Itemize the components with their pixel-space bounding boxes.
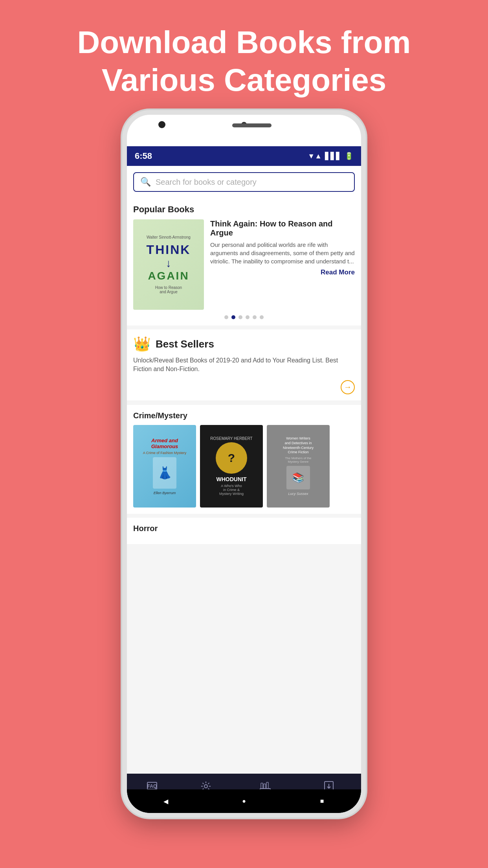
best-sellers-arrow-button[interactable]: → (341, 380, 355, 394)
think-again-cover-art: Walter Sinnott-Armstrong THINK ↓ AGAIN H… (133, 219, 204, 310)
page-header: Download Books from Various Categories (0, 0, 488, 115)
best-sellers-title: Best Sellers (156, 338, 214, 350)
pagination-dot-2[interactable] (231, 315, 235, 319)
best-sellers-description: Unlock/Reveal Best Books of 2019-20 and … (133, 356, 355, 374)
horror-section: Horror (127, 518, 361, 544)
book-subtitle: How to Reasonand Argue (155, 285, 182, 294)
crime-mystery-books-row: Armed andGlamorous A Crime of Fashion My… (133, 425, 355, 508)
pagination-dot-1[interactable] (224, 315, 228, 319)
pagination-dots (133, 315, 355, 319)
featured-book-title: Think Again: How to Reason and Argue (210, 219, 355, 237)
status-time: 6:58 (135, 151, 152, 161)
popular-book-card[interactable]: Walter Sinnott-Armstrong THINK ↓ AGAIN H… (133, 219, 355, 310)
front-camera (158, 121, 165, 128)
crown-icon: 👑 (133, 336, 151, 352)
popular-books-section: Popular Books Walter Sinnott-Armstrong T… (127, 198, 361, 326)
book-title-think: THINK (147, 243, 191, 257)
pagination-dot-4[interactable] (246, 315, 250, 319)
book-crime-fiction[interactable]: Women Writersand Detectives inNineteenth… (267, 425, 330, 508)
featured-book-info: Think Again: How to Reason and Argue Our… (210, 219, 355, 276)
crime-mystery-section: Crime/Mystery Armed andGlamorous A Crime… (127, 405, 361, 514)
search-input-placeholder[interactable]: Search for books or category (156, 178, 257, 187)
crime-fiction-cover: Women Writersand Detectives inNineteenth… (267, 425, 330, 508)
whodunit-cover: ROSEMARY HERBERT ? WHODUNIT A Who's Whoi… (200, 425, 263, 508)
search-icon: 🔍 (140, 177, 151, 187)
pagination-dot-6[interactable] (260, 315, 264, 319)
phone-notch (127, 115, 361, 146)
svg-rect-4 (261, 783, 263, 789)
pagination-dot-5[interactable] (253, 315, 257, 319)
svg-rect-5 (264, 784, 266, 789)
battery-icon: 🔋 (345, 152, 353, 160)
crime-mystery-title: Crime/Mystery (133, 411, 355, 420)
android-home-button[interactable]: ● (236, 793, 252, 809)
signal-icon: ▋▋▋ (325, 152, 341, 160)
search-bar[interactable]: 🔍 Search for books or category (133, 172, 355, 192)
speaker (232, 123, 272, 127)
pagination-dot-3[interactable] (238, 315, 242, 319)
status-bar: 6:58 ▼▲ ▋▋▋ 🔋 (127, 146, 361, 166)
arrow-down-icon: ↓ (166, 257, 171, 270)
read-more-button[interactable]: Read More (210, 268, 355, 276)
featured-book-description: Our personal and political worlds are ri… (210, 241, 355, 265)
phone-frame: 6:58 ▼▲ ▋▋▋ 🔋 🔍 Search for books or cate… (122, 110, 366, 818)
book-armed-glamorous[interactable]: Armed andGlamorous A Crime of Fashion My… (133, 425, 196, 508)
svg-rect-6 (266, 782, 268, 789)
android-back-button[interactable]: ◀ (158, 793, 174, 809)
svg-text:FAQ: FAQ (147, 783, 157, 789)
android-nav-bar: ◀ ● ■ (127, 789, 361, 813)
app-content: 🔍 Search for books or category Popular B… (127, 166, 361, 813)
search-container: 🔍 Search for books or category (127, 166, 361, 198)
armed-glamorous-cover: Armed andGlamorous A Crime of Fashion My… (133, 425, 196, 508)
svg-point-2 (204, 785, 207, 788)
android-recent-button[interactable]: ■ (314, 793, 330, 809)
best-sellers-header: 👑 Best Sellers (133, 336, 355, 352)
featured-book-cover[interactable]: Walter Sinnott-Armstrong THINK ↓ AGAIN H… (133, 219, 204, 310)
page-title: Download Books from Various Categories (31, 24, 457, 99)
book-author-text: Walter Sinnott-Armstrong (147, 235, 191, 239)
book-title-again: AGAIN (148, 270, 189, 282)
popular-books-title: Popular Books (133, 204, 355, 215)
best-sellers-section: 👑 Best Sellers Unlock/Reveal Best Books … (127, 329, 361, 401)
wifi-icon: ▼▲ (308, 152, 322, 160)
status-icons: ▼▲ ▋▋▋ 🔋 (308, 152, 353, 160)
phone-inner: 6:58 ▼▲ ▋▋▋ 🔋 🔍 Search for books or cate… (127, 115, 361, 813)
horror-title: Horror (133, 524, 355, 533)
book-whodunit[interactable]: ROSEMARY HERBERT ? WHODUNIT A Who's Whoi… (200, 425, 263, 508)
